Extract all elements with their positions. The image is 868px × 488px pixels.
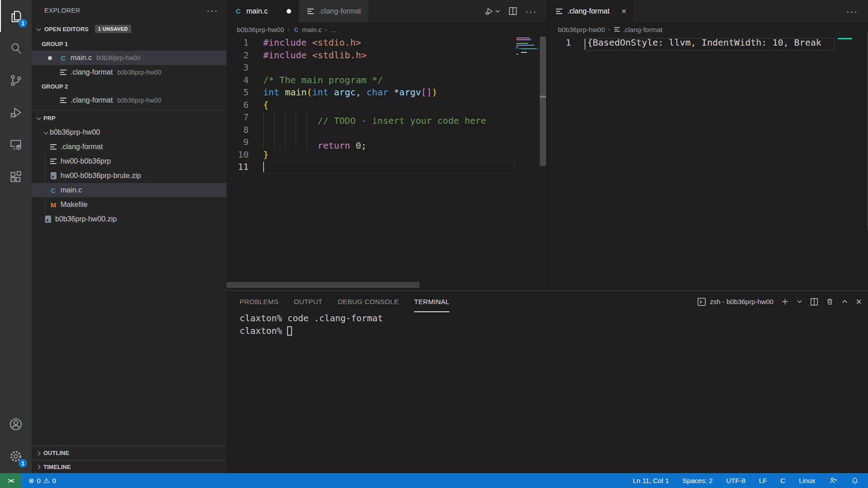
code-line: {BasedOnStyle: llvm, IndentWidth: 10, Br… [587, 37, 821, 49]
zip-file-icon [43, 216, 52, 223]
breadcrumb-symbol[interactable]: … [330, 26, 337, 33]
vertical-scrollbar[interactable] [539, 37, 547, 288]
sidebar-more-icon[interactable]: ··· [207, 8, 218, 13]
open-editor-item[interactable]: .clang-formatb0b36prp-hw00 [32, 65, 226, 80]
breadcrumb-folder[interactable]: b0b36prp-hw00 [237, 26, 284, 33]
explorer-sidebar: EXPLORER ··· OPEN EDITORS 1 UNSAVED GROU… [32, 0, 226, 473]
activity-item-explorer[interactable]: 1 [0, 0, 32, 32]
tree-item--clang-format[interactable]: .clang-format [32, 140, 226, 154]
tree-item-hw00-b0b36prp-brute-zip[interactable]: hw00-b0b36prp-brute.zip [32, 169, 226, 183]
settings-button[interactable]: 1 [0, 440, 32, 472]
problems-status[interactable]: ⊗ 0 ⚠ 0 [28, 477, 56, 485]
tree-item-main-c[interactable]: Cmain.c [32, 183, 226, 197]
line-content [263, 61, 511, 74]
close-icon[interactable]: × [621, 8, 626, 15]
indent-guides [263, 136, 317, 149]
breadcrumb-file[interactable]: .clang-format [613, 26, 663, 33]
c-file-icon: C [59, 54, 68, 62]
breadcrumb-file[interactable]: C main.c [292, 26, 322, 33]
outline-section-header[interactable]: OUTLINE [32, 446, 226, 460]
panel-tab-output[interactable]: OUTPUT [294, 291, 322, 312]
open-editor-item[interactable]: Cmain.cb0b36prp-hw00 [32, 51, 226, 65]
breadcrumbs-right: b0b36prp-hw00 › .clang-format [547, 22, 868, 37]
open-editors-label: OPEN EDITORS [44, 26, 89, 33]
terminal-output[interactable]: claxton% code .clang-formatclaxton% [240, 312, 863, 473]
status-os[interactable]: Linux [799, 477, 815, 484]
account-button[interactable] [0, 408, 32, 440]
minimap[interactable] [515, 38, 538, 65]
feedback-person-icon[interactable] [829, 476, 837, 485]
minimap[interactable] [838, 38, 852, 39]
code-editor-main-c[interactable]: 1#include <stdio.h>2#include <stdlib.h>3… [226, 37, 511, 174]
makefile-file-icon: M [49, 201, 58, 209]
maximize-panel-icon[interactable] [841, 298, 848, 305]
tab-clang-format-right[interactable]: .clang-format × [547, 0, 634, 22]
editor-group-left: C main.c .clang-format [226, 0, 547, 291]
activity-item-search[interactable] [0, 32, 32, 64]
status-eol[interactable]: LF [759, 477, 767, 484]
timeline-section-header[interactable]: TIMELINE [32, 460, 226, 473]
token: int [312, 87, 328, 98]
open-editors-group-label: GROUP 1 [32, 37, 226, 51]
more-actions-icon[interactable]: ··· [525, 9, 537, 14]
horizontal-scrollbar[interactable] [226, 282, 420, 288]
line-number: 10 [226, 149, 249, 161]
token: } [263, 149, 269, 160]
activity-item-run-debug[interactable] [0, 96, 32, 128]
split-terminal-button[interactable] [810, 298, 818, 306]
sidebar-title: EXPLORER [44, 7, 80, 14]
open-editors-header[interactable]: OPEN EDITORS 1 UNSAVED [32, 21, 226, 37]
run-or-debug-button[interactable] [484, 6, 500, 16]
code-editor-clang-format[interactable]: 1 {BasedOnStyle: llvm, IndentWidth: 10, … [547, 37, 834, 49]
status-indentation[interactable]: Spaces: 2 [683, 477, 713, 484]
new-terminal-button[interactable] [781, 298, 789, 305]
panel-tab-debug-console[interactable]: DEBUG CONSOLE [338, 291, 399, 312]
folder-section-header[interactable]: PRP [32, 111, 226, 125]
tab-clang-format[interactable]: .clang-format [299, 0, 368, 22]
code-line: 1#include <stdio.h> [226, 37, 511, 49]
folders-section: PRP b0b36prp-hw00.clang-formathw00-b0b36… [32, 110, 226, 226]
token: [] [421, 87, 432, 98]
tree-item-label: Makefile [61, 201, 88, 209]
status-language-mode[interactable]: C [780, 477, 785, 484]
panel-tab-problems[interactable]: PROBLEMS [240, 291, 278, 312]
tab-main-c[interactable]: C main.c [226, 0, 299, 22]
activity-item-extensions[interactable] [0, 160, 32, 192]
activity-item-source-control[interactable] [0, 64, 32, 96]
notifications-bell-icon[interactable] [851, 477, 859, 485]
kill-terminal-button[interactable] [826, 298, 834, 305]
token: { [263, 99, 269, 110]
line-content: /* The main program */ [263, 74, 511, 87]
activity-bar-bottom: 1 [0, 408, 32, 472]
tree-item-b0b36prp-hw00-zip[interactable]: b0b36prp-hw00.zip [32, 212, 226, 226]
activity-item-remote-explorer[interactable] [0, 128, 32, 160]
c-file-icon: C [49, 187, 58, 194]
close-panel-icon[interactable]: × [856, 298, 862, 306]
more-actions-icon[interactable]: ··· [846, 9, 858, 14]
split-editor-button[interactable] [509, 7, 517, 15]
tree-item-makefile[interactable]: MMakefile [32, 197, 226, 212]
tree-item-label: b0b36prp-hw00.zip [55, 215, 117, 223]
panel-tab-terminal[interactable]: TERMINAL [414, 291, 449, 312]
chevron-right-icon [35, 463, 42, 470]
modified-dot-icon[interactable] [287, 9, 291, 14]
terminal-dropdown-icon[interactable] [797, 299, 802, 305]
tree-item-b0b36prp-hw00[interactable]: b0b36prp-hw00 [32, 125, 226, 140]
token: <stdlib.h> [312, 50, 366, 61]
code-line: 11 [226, 161, 511, 174]
status-cursor-position[interactable]: Ln 11, Col 1 [633, 477, 669, 484]
token [307, 37, 312, 48]
indent-guides [263, 111, 317, 124]
terminal-picker[interactable]: zsh - b0b36prp-hw00 [697, 297, 774, 306]
line-number: 3 [226, 61, 249, 74]
open-editor-item[interactable]: .clang-formatb0b36prp-hw00 [32, 93, 226, 108]
error-count: 0 [37, 477, 41, 484]
breadcrumb-folder[interactable]: b0b36prp-hw00 [558, 26, 605, 33]
status-bar-right: Ln 11, Col 1Spaces: 2UTF-8LFCLinux [633, 476, 868, 485]
tree-item-hw00-b0b36prp[interactable]: hw00-b0b36prp [32, 154, 226, 169]
open-editor-name: .clang-format [71, 96, 113, 104]
code-line: 2#include <stdlib.h> [226, 49, 511, 62]
line-content [263, 161, 511, 174]
remote-indicator[interactable]: >< [0, 473, 21, 488]
status-encoding[interactable]: UTF-8 [726, 477, 745, 484]
